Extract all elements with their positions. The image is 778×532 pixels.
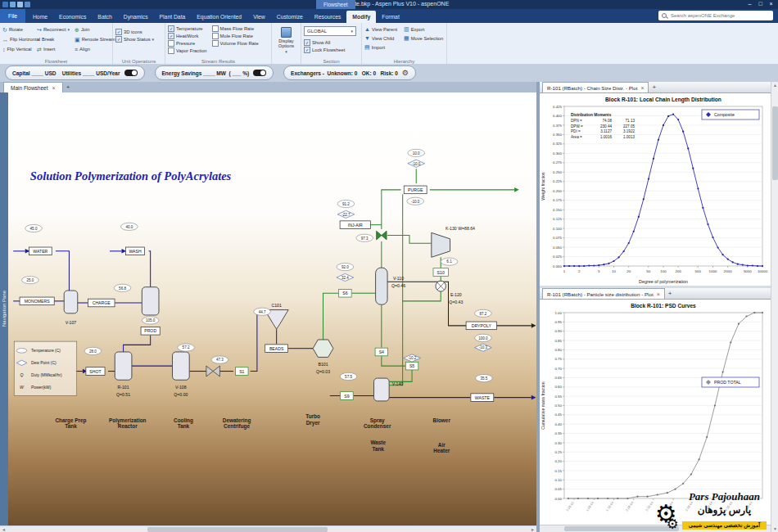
reroute-stream-button[interactable]: ▣Reroute Stream	[75, 37, 111, 43]
scroll-down-icon[interactable]: ▼	[771, 526, 778, 531]
scrollbar-thumb[interactable]	[772, 106, 778, 180]
check-pressure[interactable]: Pressure	[168, 39, 207, 47]
stream-line[interactable]	[382, 356, 405, 366]
move-selection-button[interactable]: ▦Move Selection	[404, 35, 443, 41]
checkbox-icon: ✓	[168, 25, 174, 32]
stream-line[interactable]	[323, 293, 339, 340]
ribbon-tab-dynamics[interactable]: Dynamics	[118, 11, 154, 23]
flip-vertical-button[interactable]: ↕Flip Vertical	[2, 47, 37, 52]
navigation-pane-strip[interactable]: Navigation Pane	[0, 92, 8, 525]
flowsheet-canvas[interactable]: WATERMONOMERSCHARGEWASHPRODSHOTBEADSINJ-…	[8, 92, 536, 525]
vessel-shape[interactable]	[64, 291, 78, 313]
valve-shape[interactable]	[382, 231, 387, 240]
vessel-shape[interactable]	[374, 378, 390, 401]
scroll-left-icon[interactable]: ◄	[2, 526, 6, 532]
ribbon-tab-view[interactable]: View	[247, 11, 271, 23]
indicator-value: 28.0	[89, 349, 97, 354]
flowsheet-hscrollbar[interactable]: ◄ ►	[0, 525, 536, 532]
check-volume-flow-rate[interactable]: Volume Flow Rate	[212, 39, 259, 47]
vessel-shape[interactable]	[173, 352, 190, 380]
flip-horizontal-button[interactable]: ↔Flip Horizontal	[2, 37, 37, 43]
import-button[interactable]: ▤Import	[364, 44, 404, 50]
contextual-tab-flowsheet[interactable]: Flowsheet	[316, 0, 355, 9]
stream-line[interactable]	[382, 190, 401, 229]
vertical-scrollbar[interactable]: ▲ ▼	[771, 82, 778, 532]
scrollbar-thumb[interactable]	[147, 527, 328, 532]
reconnect-button[interactable]: ↪Reconnect▾	[37, 27, 75, 33]
ribbon-tab-modify[interactable]: Modify	[346, 11, 376, 23]
ribbon-tab-format[interactable]: Format	[376, 11, 405, 23]
maximize-button[interactable]: □	[755, 0, 766, 8]
svg-text:0.10: 0.10	[554, 478, 562, 482]
add-tab-button[interactable]: +	[652, 83, 656, 91]
check-mass-flow-rate[interactable]: Mass Flow Rate	[212, 25, 259, 32]
stream-label: S9	[344, 394, 349, 399]
stream-line[interactable]	[387, 236, 432, 244]
view-child-button[interactable]: ▼View Child	[364, 35, 404, 41]
compressor-shape[interactable]	[432, 232, 450, 257]
add-tab-button[interactable]: +	[668, 290, 672, 297]
indicator-value: 45.0	[30, 227, 38, 231]
tab-main-flowsheet[interactable]: Main Flowsheet ×	[3, 82, 63, 92]
section-dropdown[interactable]: GLOBAL ▾	[304, 26, 356, 36]
scroll-up-icon[interactable]: ▲	[771, 83, 778, 88]
display-options-button[interactable]: Display Options ▾	[274, 27, 298, 54]
data-marker	[707, 223, 708, 225]
join-button[interactable]: ⊕Join	[75, 27, 111, 33]
dryer-column-shape[interactable]	[376, 268, 387, 304]
scroll-right-icon[interactable]: ►	[531, 526, 535, 532]
dryer-shape[interactable]	[313, 340, 333, 357]
window-controls: – □ ×	[744, 0, 776, 8]
close-icon[interactable]: ×	[657, 291, 660, 297]
view-parent-button[interactable]: ▲View Parent	[364, 26, 404, 32]
search-box[interactable]	[658, 11, 773, 20]
x-axis-label: Degree of polymerization	[639, 279, 688, 284]
close-icon[interactable]: ×	[52, 85, 56, 91]
vessel-shape[interactable]	[115, 352, 132, 380]
check-lock-flowsheet[interactable]: ✓Lock Flowsheet	[304, 46, 359, 53]
vessel-shape[interactable]	[142, 287, 159, 315]
rotate-button[interactable]: ↻Rotate	[2, 27, 37, 33]
search-input[interactable]	[669, 12, 770, 19]
ribbon-tab-batch[interactable]: Batch	[92, 11, 117, 23]
check-show-all[interactable]: ✓Show All	[304, 38, 359, 46]
ribbon-tab-file[interactable]: File	[0, 9, 25, 23]
ribbon-tab-customize[interactable]: Customize	[271, 11, 309, 23]
minimize-button[interactable]: –	[744, 0, 755, 8]
new-tab-button[interactable]: +	[66, 83, 70, 92]
stream-line[interactable]	[389, 194, 403, 385]
ribbon-tab-economics[interactable]: Economics	[53, 11, 92, 23]
mixer-shape[interactable]	[206, 366, 213, 376]
ribbon-tab-home[interactable]: Home	[27, 11, 53, 23]
check-temperature[interactable]: ✓Temperature	[168, 25, 207, 32]
valve-shape[interactable]	[377, 231, 382, 240]
indicator-value: 87.2	[479, 312, 486, 316]
export-button[interactable]: ▥Export	[404, 26, 443, 32]
check-mole-flow-rate[interactable]: Mole Flow Rate	[212, 32, 259, 39]
stream-line[interactable]	[149, 251, 151, 287]
economics-toggle[interactable]	[124, 70, 138, 76]
ribbon-tab-plant-data[interactable]: Plant Data	[154, 11, 192, 23]
stream-line[interactable]	[124, 336, 151, 352]
close-button[interactable]: ×	[766, 0, 776, 8]
insert-button[interactable]: ⇄Insert	[37, 47, 75, 52]
stream-line[interactable]	[389, 369, 412, 381]
stream-line[interactable]	[251, 310, 265, 372]
section-label: Tank	[372, 446, 384, 452]
check-show-status[interactable]: ✓Show Status▾	[115, 35, 162, 43]
panel-tab-psd[interactable]: R-101 (RBatch) - Particle size distribut…	[542, 288, 665, 299]
check-vapor-fraction[interactable]: Vapor Fraction	[168, 47, 207, 54]
ribbon-tab-resources[interactable]: Resources	[309, 11, 347, 23]
ribbon-tab-equation-oriented[interactable]: Equation Oriented	[191, 11, 247, 23]
check-3d-icons[interactable]: ✓3D icons	[115, 28, 162, 35]
align-button[interactable]: ≡Align	[75, 47, 111, 52]
gear-icon[interactable]: ⚙	[402, 70, 409, 77]
panel-tab-chain-size[interactable]: R-101 (RBatch) - Chain Size Distr. - Plo…	[542, 82, 649, 92]
mixer-shape[interactable]	[213, 366, 219, 376]
stream-line[interactable]	[403, 291, 441, 301]
break-button[interactable]: ×Break	[37, 37, 75, 43]
stream-line[interactable]	[56, 251, 70, 291]
check-heat-work[interactable]: ✓Heat/Work	[168, 32, 207, 39]
close-icon[interactable]: ×	[640, 85, 644, 91]
energy-toggle[interactable]	[253, 70, 266, 76]
